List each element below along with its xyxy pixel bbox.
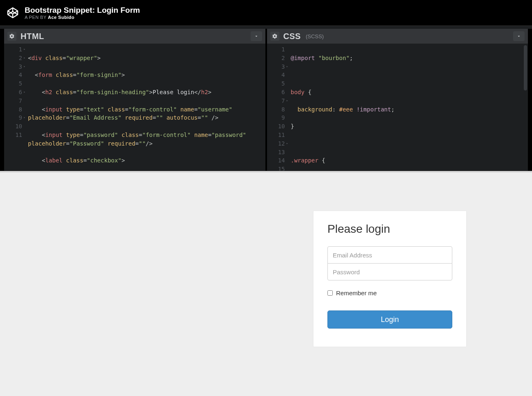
password-field[interactable] <box>327 263 452 280</box>
codepen-header: Bootstrap Snippet: Login Form A PEN BY A… <box>0 0 532 25</box>
html-editor-title: HTML <box>21 32 44 41</box>
css-editor: CSS (SCSS) 123456789101112131415 @import… <box>265 29 532 171</box>
remember-me-row[interactable]: Remember me <box>327 289 452 296</box>
remember-me-label: Remember me <box>336 289 377 296</box>
css-editor-subtitle: (SCSS) <box>306 33 324 39</box>
login-heading: Please login <box>327 222 452 236</box>
preview-pane: Please login Remember me Login <box>0 173 532 396</box>
css-gutter: 123456789101112131415 <box>267 44 288 171</box>
codepen-logo-icon[interactable] <box>6 6 20 20</box>
html-code-area[interactable]: 1234567891011 <div class="wrapper"> <for… <box>4 44 265 171</box>
remember-me-checkbox[interactable] <box>327 290 333 296</box>
css-editor-title: CSS <box>283 32 301 41</box>
css-editor-header: CSS (SCSS) <box>267 29 528 44</box>
css-code[interactable]: @import "bourbon"; body { background: #e… <box>288 44 528 171</box>
html-editor-header: HTML <box>4 29 265 44</box>
chevron-down-icon[interactable] <box>513 31 525 41</box>
chevron-down-icon[interactable] <box>251 31 262 41</box>
header-titles: Bootstrap Snippet: Login Form A PEN BY A… <box>25 6 140 20</box>
email-field[interactable] <box>327 246 452 264</box>
editor-panes: HTML 1234567891011 <div class="wrapper">… <box>0 29 532 171</box>
css-code-area[interactable]: 123456789101112131415 @import "bourbon";… <box>267 44 528 171</box>
html-code[interactable]: <div class="wrapper"> <form class="form-… <box>25 44 265 171</box>
pen-title[interactable]: Bootstrap Snippet: Login Form <box>25 6 140 15</box>
gear-icon[interactable] <box>7 32 16 41</box>
html-gutter: 1234567891011 <box>4 44 25 171</box>
gear-icon[interactable] <box>270 32 279 41</box>
pen-byline: A PEN BY Ace Subido <box>25 15 140 20</box>
login-form: Please login Remember me Login <box>313 211 467 347</box>
top-strip <box>0 25 532 29</box>
byline-prefix: A PEN BY <box>25 15 48 20</box>
scrollbar-thumb[interactable] <box>524 45 527 90</box>
pen-author[interactable]: Ace Subido <box>48 15 75 20</box>
login-button[interactable]: Login <box>327 310 452 329</box>
html-editor: HTML 1234567891011 <div class="wrapper">… <box>0 29 265 171</box>
